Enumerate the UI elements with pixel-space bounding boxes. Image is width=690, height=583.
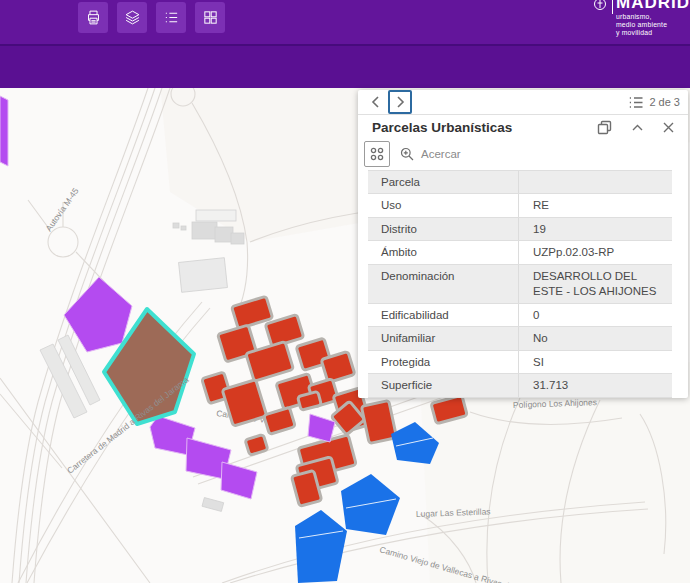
- parcel-red[interactable]: [361, 401, 396, 444]
- legend-icon: [163, 9, 180, 26]
- print-button[interactable]: [78, 2, 108, 33]
- actions-menu-button[interactable]: [364, 141, 390, 167]
- chevron-up-icon: [632, 124, 643, 131]
- table-row: Superficie 31.713: [368, 374, 672, 398]
- table-row: Edificabilidad 0: [368, 304, 672, 328]
- table-row: Ámbito UZPp.02.03-RP: [368, 241, 672, 265]
- next-feature-button[interactable]: [388, 90, 412, 114]
- four-dots-icon: [370, 147, 384, 161]
- dock-button[interactable]: [597, 120, 612, 135]
- feature-count-text: 2 de 3: [649, 96, 680, 108]
- dock-icon: [597, 120, 612, 135]
- table-row: Protegida SI: [368, 351, 672, 375]
- feature-list-icon[interactable]: [629, 96, 643, 109]
- parcel-popup-panel: 2 de 3 Parcelas Urbanísticas: [358, 90, 688, 398]
- collapse-button[interactable]: [632, 124, 643, 131]
- popup-pager-bar: 2 de 3: [358, 90, 688, 115]
- attributes-table: Parcela Uso RE Distrito 19 Ámbito UZPp.0…: [368, 170, 672, 398]
- top-toolbar: MADRID urbanismo, medio ambiente y movil…: [0, 0, 690, 44]
- popup-action-bar: Acercar: [358, 141, 688, 168]
- popup-title-bar: Parcelas Urbanísticas: [358, 115, 688, 141]
- zoom-to-label: Acercar: [421, 148, 461, 160]
- popup-title: Parcelas Urbanísticas: [372, 120, 577, 135]
- madrid-logo: MADRID urbanismo, medio ambiente y movil…: [565, 0, 690, 44]
- legend-button[interactable]: [156, 2, 186, 33]
- layers-button[interactable]: [117, 2, 147, 33]
- table-row: Denominación DESARROLLO DEL ESTE - LOS A…: [368, 265, 672, 304]
- logo-title: MADRID: [616, 0, 690, 13]
- printer-icon: [85, 9, 102, 26]
- madrid-emblem-icon: [593, 0, 607, 12]
- table-row: Parcela: [368, 171, 672, 195]
- table-row: Uso RE: [368, 194, 672, 218]
- secondary-header-band: [0, 44, 690, 88]
- table-row: Unifamiliar No: [368, 327, 672, 351]
- close-icon: [663, 122, 674, 133]
- parcel-purple[interactable]: [0, 96, 8, 166]
- app-window: Camino de Vallecas: [0, 0, 690, 583]
- layers-icon: [124, 9, 141, 26]
- close-button[interactable]: [663, 122, 674, 133]
- logo-divider: [612, 0, 613, 14]
- zoom-in-icon: [400, 147, 414, 161]
- zoom-to-button[interactable]: Acercar: [400, 147, 461, 161]
- chevron-left-icon: [371, 96, 380, 108]
- apps-grid-icon: [202, 9, 219, 26]
- apps-grid-button[interactable]: [195, 2, 225, 33]
- logo-subtitle: urbanismo, medio ambiente y movilidad: [616, 13, 667, 37]
- table-row: Distrito 19: [368, 218, 672, 242]
- parcel-red[interactable]: [245, 434, 268, 455]
- chevron-right-icon: [396, 96, 405, 108]
- previous-feature-button[interactable]: [366, 91, 384, 113]
